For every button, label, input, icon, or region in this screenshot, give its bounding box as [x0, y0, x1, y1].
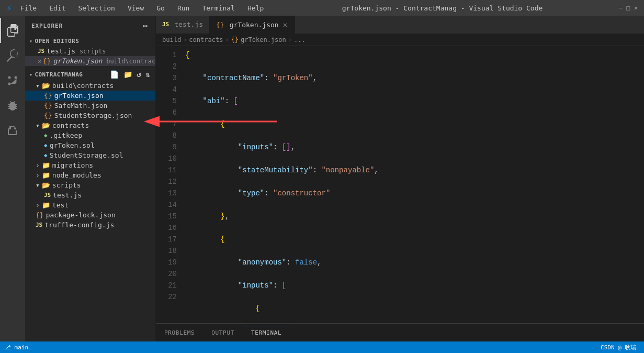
tree-studentstorage-json[interactable]: {} StudentStorage.json	[25, 111, 155, 120]
breadcrumb-sep2: ›	[225, 36, 229, 43]
breadcrumb-sep3: ›	[288, 36, 292, 43]
gitkeep-icon: ◆	[44, 132, 48, 139]
tab-testjs[interactable]: JS test.js	[156, 16, 210, 34]
tree-testjs[interactable]: JS test.js	[25, 190, 155, 200]
tree-item-label: build\contracts	[52, 82, 114, 90]
refresh-btn[interactable]: ↺	[135, 69, 142, 80]
panel-tab-output[interactable]: OUTPUT	[203, 326, 243, 339]
editor-item-detail: scripts	[80, 48, 106, 55]
json-icon: {}	[44, 92, 52, 100]
project-name: CONTRACTMANAG	[35, 71, 83, 78]
tree-grtoken-json[interactable]: {} grToken.json	[25, 91, 155, 101]
editor-item-grtoken[interactable]: ✕ {} grToken.json build\contracts	[25, 56, 155, 66]
breadcrumb-json-icon: {}	[231, 36, 239, 43]
json-icon: {}	[43, 57, 51, 65]
tree-item-label: .gitkeep	[50, 131, 83, 139]
menu-file[interactable]: File	[18, 3, 39, 13]
activity-git[interactable]	[0, 68, 25, 93]
tree-item-label: grToken.json	[54, 92, 104, 100]
sidebar-menu-icon[interactable]: ⋯	[141, 20, 149, 32]
tree-gitkeep[interactable]: ◆ .gitkeep	[25, 130, 155, 140]
svg-point-4	[8, 76, 11, 79]
collapse-btn[interactable]: ⇅	[144, 69, 151, 80]
tab-close-icon[interactable]: ✕	[282, 19, 288, 30]
open-editors-chevron: ▾	[29, 38, 32, 44]
menu-go[interactable]: Go	[154, 3, 167, 13]
panel-tab-problems[interactable]: PROBLEMS	[156, 326, 203, 339]
line-numbers: 12345 678910 1112131415 1617181920 2122	[156, 46, 181, 323]
tree-scripts-folder[interactable]: ▾ 📂 scripts	[25, 180, 155, 190]
status-bar: ⎇ main CSDN @-耿瑞-	[0, 341, 644, 353]
svg-point-3	[15, 76, 17, 79]
js-icon: JS	[36, 222, 42, 228]
folder-icon: 📂	[42, 122, 50, 129]
tree-build-contracts[interactable]: ▾ 📂 build\contracts	[25, 81, 155, 91]
chevron-icon: ▾	[36, 82, 40, 90]
tree-safemath-json[interactable]: {} SafeMath.json	[25, 101, 155, 111]
window-title: grToken.json - ContractManag - Visual St…	[342, 4, 543, 12]
tab-grtoken[interactable]: {} grToken.json ✕	[210, 16, 295, 34]
code-content[interactable]: { "contractName": "grToken", "abi": [ { …	[181, 46, 644, 323]
tree-test-folder[interactable]: › 📁 test	[25, 200, 155, 210]
menu-terminal[interactable]: Terminal	[200, 3, 237, 13]
new-file-btn[interactable]: 📄	[109, 69, 120, 80]
activity-debug[interactable]	[0, 93, 25, 118]
sidebar: EXPLORER ⋯ ▾ OPEN EDITORS JS test.js scr…	[25, 16, 156, 341]
activity-explorer[interactable]	[0, 18, 25, 43]
tree-item-label: StudentStorage.sol	[50, 151, 123, 159]
activity-extensions[interactable]	[0, 118, 25, 144]
breadcrumb-sep1: ›	[183, 36, 187, 43]
activity-search[interactable]	[0, 43, 25, 68]
menu-run[interactable]: Run	[175, 3, 191, 13]
tree-item-label: node_modules	[52, 171, 101, 179]
chevron-icon: ›	[36, 161, 40, 169]
chevron-icon: ▾	[36, 122, 40, 129]
tree-item-label: StudentStorage.json	[54, 112, 132, 119]
folder-icon: 📂	[42, 181, 50, 189]
project-section-header: ▾ CONTRACTMANAG 📄 📁 ↺ ⇅	[25, 68, 155, 81]
breadcrumb-build[interactable]: build	[162, 36, 181, 43]
editor-item-path: build\contracts	[106, 58, 156, 65]
folder-icon: 📁	[42, 201, 50, 209]
breadcrumb-ellipsis[interactable]: ...	[294, 36, 306, 43]
status-left: ⎇ main	[4, 344, 28, 351]
menu-view[interactable]: View	[126, 3, 146, 13]
panel-tab-terminal[interactable]: TERMINAL	[243, 326, 290, 339]
open-editors-header[interactable]: ▾ OPEN EDITORS	[25, 36, 155, 46]
editor-item-testjs[interactable]: JS test.js scripts	[25, 46, 155, 56]
folder-icon: 📁	[42, 171, 50, 179]
tree-truffle-config[interactable]: JS truffle-config.js	[25, 220, 155, 230]
js-icon: JS	[38, 48, 44, 54]
tree-item-label: package-lock.json	[46, 211, 116, 219]
new-folder-btn[interactable]: 📁	[122, 69, 133, 80]
tree-contracts-folder[interactable]: ▾ 📂 contracts	[25, 120, 155, 130]
folder-icon: 📁	[42, 161, 50, 169]
tree-migrations-folder[interactable]: › 📁 migrations	[25, 160, 155, 170]
tab-label: grToken.json	[230, 21, 279, 29]
tree-node-modules-folder[interactable]: › 📁 node_modules	[25, 170, 155, 180]
menu-edit[interactable]: Edit	[47, 3, 67, 13]
tree-item-label: test	[52, 201, 69, 209]
code-editor[interactable]: 12345 678910 1112131415 1617181920 2122 …	[156, 46, 644, 323]
menu-selection[interactable]: Selection	[76, 3, 117, 13]
svg-point-2	[8, 83, 11, 85]
sol-icon: ◆	[44, 152, 48, 159]
panel-tabs: PROBLEMS OUTPUT TERMINAL	[156, 323, 644, 341]
close-icon[interactable]: ✕	[38, 57, 42, 65]
breadcrumb-file[interactable]: grToken.json	[241, 36, 286, 43]
tree-item-label: truffle-config.js	[44, 221, 114, 229]
tree-package-lock[interactable]: {} package-lock.json	[25, 210, 155, 220]
chevron-icon: ›	[36, 171, 40, 179]
tree-studentstorage-sol[interactable]: ◆ StudentStorage.sol	[25, 150, 155, 160]
breadcrumb-contracts[interactable]: contracts	[189, 36, 223, 43]
tree-grtoken-sol[interactable]: ◆ grToken.sol	[25, 140, 155, 150]
json-icon: {}	[36, 211, 44, 219]
sidebar-header: EXPLORER ⋯	[25, 16, 155, 36]
tab-label: test.js	[174, 20, 203, 28]
menu-help[interactable]: Help	[245, 3, 266, 13]
title-bar: ⚡ File Edit Selection View Go Run Termin…	[0, 0, 644, 16]
tab-bar: JS test.js {} grToken.json ✕	[156, 16, 644, 34]
sol-icon: ◆	[44, 142, 48, 149]
breadcrumb: build › contracts › {} grToken.json › ..…	[156, 34, 644, 46]
json-tab-icon: {}	[216, 21, 224, 29]
